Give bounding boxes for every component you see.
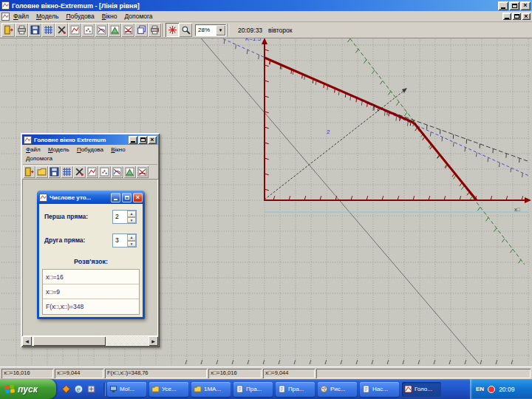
child-plot4-button[interactable] (123, 166, 136, 178)
scrollbar-track[interactable] (32, 336, 149, 346)
second-line-value[interactable]: 3 (113, 234, 127, 247)
child-menu-help[interactable]: Допомога (23, 154, 55, 163)
boundary-a-hatch-tick (345, 93, 346, 98)
start-button[interactable]: пуск (0, 379, 56, 399)
quick-launch-icon-1[interactable] (61, 384, 71, 394)
child-menu-file[interactable]: Файл (23, 146, 44, 154)
toolbar-plot5-button[interactable] (121, 23, 134, 37)
child-exit-button[interactable] (23, 166, 35, 178)
folder-icon (194, 385, 202, 393)
task-button-6[interactable]: Рис... (318, 382, 357, 397)
scroll-left-button[interactable]: ◀ (22, 336, 32, 346)
menu-build[interactable]: Побудова (62, 12, 98, 21)
first-line-value[interactable]: 2 (113, 211, 127, 223)
toolbar-print-button[interactable] (15, 23, 28, 37)
menu-help[interactable]: Допомога (120, 12, 156, 21)
child-menu-build[interactable]: Побудова (74, 146, 106, 154)
toolbar-plot2-button[interactable] (81, 23, 95, 37)
spin-up-icon[interactable]: ▲ (127, 211, 136, 217)
child-titlebar[interactable]: Головне вікно Extremum × (22, 134, 158, 145)
child-horizontal-scrollbar[interactable]: ◀ ▶ (22, 336, 158, 346)
task-button-4[interactable]: Пра... (233, 382, 273, 397)
task-button-5[interactable]: Пра... (276, 382, 315, 397)
minimize-button[interactable] (498, 1, 508, 10)
start-label: пуск (18, 384, 38, 395)
paint-icon (320, 385, 328, 393)
numeric-refine-dialog[interactable]: Числове уто... × Перша пряма: 2 ▲ ▼ Друг… (37, 191, 145, 319)
mdi-close-button[interactable]: × (522, 13, 531, 20)
menu-model[interactable]: Модель (33, 12, 63, 21)
quick-launch-icon-3[interactable] (86, 384, 96, 394)
status-f: F(x□,x□)=348,76 (105, 369, 207, 378)
child-plot2-button[interactable] (98, 166, 111, 178)
toolbar-exit-button[interactable] (1, 23, 15, 37)
quick-launch-icon-2[interactable]: e (74, 384, 83, 394)
child-menubar-row2: Допомога (23, 154, 157, 163)
task-button-8[interactable]: Голо... (402, 382, 441, 397)
dialog-titlebar[interactable]: Числове уто... × (37, 191, 145, 204)
dialog-close-button[interactable]: × (133, 193, 143, 202)
scroll-right-button[interactable]: ▶ (149, 336, 158, 346)
plot-area-icon (125, 167, 134, 177)
plot-line-icon (70, 25, 80, 35)
mdi-minimize-button[interactable] (502, 13, 511, 20)
save-icon (50, 167, 59, 177)
bottom-tick-row-hatch-tick (294, 360, 296, 364)
child-plot3-button[interactable] (111, 166, 123, 178)
boundary-a-hatch-tick (356, 98, 357, 102)
maximize-button[interactable] (509, 1, 519, 10)
spin-down-icon[interactable]: ▼ (127, 241, 136, 248)
first-line-row: Перша пряма: 2 ▲ ▼ (39, 210, 143, 225)
toolbar-plot3-button[interactable] (95, 23, 108, 37)
child-open-button[interactable] (35, 166, 48, 178)
child-minimize-button[interactable] (129, 136, 137, 144)
scrollbar-thumb[interactable] (33, 336, 106, 346)
menu-window[interactable]: Вікно (98, 12, 121, 21)
toolbar-printer2-button[interactable] (148, 23, 161, 37)
task-button-3[interactable]: 1МА... (191, 382, 231, 397)
toolbar-grid-button[interactable] (41, 23, 55, 37)
toolbar-save-button[interactable] (28, 23, 41, 37)
spin-up-icon[interactable]: ▲ (127, 234, 136, 241)
constraint-green-hatch-tick (510, 249, 512, 253)
toolbar-zoom-mode-button[interactable] (166, 23, 179, 37)
toolbar-separator (228, 24, 229, 37)
zoom-combobox[interactable]: 28% ▼ (195, 24, 226, 36)
child-menu-model[interactable]: Модель (45, 146, 72, 154)
child-maximize-button[interactable] (138, 136, 147, 144)
task-button-1[interactable]: Мої... (107, 382, 146, 397)
second-line-spinner[interactable]: 3 ▲ ▼ (112, 233, 137, 248)
child-close-button[interactable]: × (148, 136, 157, 144)
language-indicator[interactable]: EN (476, 386, 484, 392)
tray-app-icon[interactable] (487, 385, 496, 394)
task-button-2[interactable]: Усе... (149, 382, 188, 397)
constraint-blue-hatch-tick (396, 117, 397, 121)
grid-icon (44, 25, 53, 35)
constraint-blue-hatch-tick (465, 147, 466, 151)
toolbar-plot4-button[interactable] (108, 23, 121, 37)
restore-icon (514, 14, 519, 18)
toolbar-erase-button[interactable] (55, 23, 68, 37)
toolbar-layers-button[interactable] (134, 23, 148, 37)
mdi-restore-button[interactable] (512, 13, 521, 20)
bottom-tick-row-hatch-tick (449, 360, 451, 364)
menu-file[interactable]: Файл (10, 12, 33, 21)
child-plot1-button[interactable] (86, 166, 98, 178)
task-label: Нас... (372, 386, 388, 392)
child-plot5-button[interactable] (136, 166, 149, 178)
child-save-button[interactable] (48, 166, 61, 178)
toolbar-plot1-button[interactable] (68, 23, 81, 37)
solution-x2: x□=9 (43, 284, 139, 299)
maximize-icon (125, 196, 129, 200)
close-button[interactable]: × (520, 1, 531, 10)
task-button-7[interactable]: Нас... (360, 382, 399, 397)
child-erase-button[interactable] (73, 166, 86, 178)
first-line-spinner[interactable]: 2 ▲ ▼ (112, 210, 137, 224)
dialog-minimize-button[interactable] (111, 193, 120, 202)
child-grid-button[interactable] (61, 166, 73, 178)
dialog-maximize-button[interactable] (122, 193, 132, 202)
combo-dropdown-icon[interactable]: ▼ (216, 25, 225, 35)
toolbar-magnifier-button[interactable] (179, 23, 192, 37)
spin-down-icon[interactable]: ▼ (127, 217, 136, 224)
child-menu-window[interactable]: Вікно (108, 146, 129, 154)
